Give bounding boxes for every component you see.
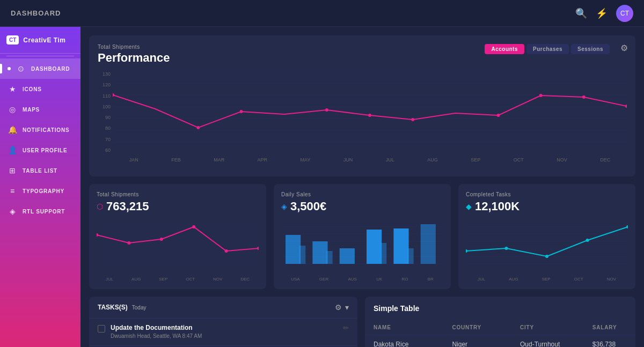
- svg-point-53: [586, 239, 589, 242]
- bottom-row: TASKS(S) Today ⚙ ▾ Update the Documentat…: [89, 297, 635, 347]
- svg-point-9: [240, 110, 243, 113]
- perf-line-chart: [113, 71, 627, 153]
- col-country: Country: [443, 320, 511, 335]
- svg-point-16: [625, 105, 627, 108]
- sidebar-divider: [6, 56, 74, 56]
- sidebar-brand: CT CreativE Tim: [0, 27, 80, 54]
- sidebar-item-dashboard[interactable]: ⊙ DASHBOARD: [0, 58, 80, 79]
- sidebar-item-typography[interactable]: ≡ TYPOGRAPHY: [0, 181, 80, 201]
- sidebar-label-table-list: TABLE LIST: [23, 168, 57, 174]
- sidebar-label-typography: TYPOGRAPHY: [23, 188, 64, 194]
- sidebar-item-notifications[interactable]: 🔔 NOTIFICATIONS: [0, 120, 80, 140]
- stat2-value: 3,500€: [290, 200, 326, 213]
- perf-x-labels: JANFEBMARAPRMAYJUNJULAUGSEPOCTNOVDEC: [113, 157, 627, 163]
- activity-icon[interactable]: ⚡: [596, 8, 608, 19]
- svg-point-15: [582, 95, 586, 99]
- cell-name: Dakota Rice: [365, 335, 443, 348]
- col-name: Name: [365, 320, 443, 335]
- icons-icon: ★: [8, 84, 17, 94]
- tasks-header: TASKS(S) Today ⚙ ▾: [89, 297, 357, 319]
- svg-point-50: [466, 249, 467, 253]
- tab-sessions[interactable]: Sessions: [571, 44, 610, 54]
- sidebar-item-maps[interactable]: ◎ MAPS: [0, 99, 80, 120]
- notifications-icon: 🔔: [8, 125, 17, 135]
- sidebar-label-notifications: NOTIFICATIONS: [23, 127, 69, 133]
- stat3-value: 12,100K: [475, 200, 519, 213]
- stat3-subtitle: Completed Tasks: [466, 191, 628, 197]
- svg-point-25: [192, 225, 195, 228]
- perf-tabs: Accounts Purchases Sessions: [485, 44, 610, 54]
- table-row: Dakota RiceNigerOud-Turnhout$36,738: [365, 335, 635, 348]
- stat2-icon: ◈: [281, 202, 287, 211]
- svg-rect-41: [326, 251, 333, 264]
- svg-point-23: [127, 241, 130, 245]
- task-name-1: Update the Documentation: [111, 324, 338, 331]
- stat-card-tasks: Completed Tasks ◆ 12,100K: [458, 184, 635, 289]
- dashboard-icon: ⊙: [16, 64, 26, 73]
- brand-name: CreativE Tim: [23, 36, 65, 44]
- cell-salary: $36,738: [584, 335, 635, 348]
- task-checkbox-1[interactable]: [98, 325, 105, 333]
- tasks-title: TASKS(S): [98, 304, 128, 311]
- stat3-icon: ◆: [466, 202, 472, 211]
- stat1-icon: ⬡: [97, 202, 103, 211]
- svg-point-8: [196, 126, 200, 129]
- simple-table: Name Country City Salary Dakota RiceNige…: [365, 320, 635, 347]
- svg-rect-38: [393, 228, 408, 264]
- table-title: Simple Table: [374, 304, 627, 313]
- task-desc-1: Dwuamish Head, Seattle, WA 8:47 AM: [111, 333, 338, 340]
- col-salary: Salary: [584, 320, 635, 335]
- svg-rect-43: [407, 248, 414, 264]
- task-edit-1[interactable]: ✏: [343, 324, 349, 332]
- sidebar-item-rtl[interactable]: ◈ RTL SUPPORT: [0, 201, 80, 222]
- stat1-value: 763,215: [106, 200, 149, 213]
- stat3-x-labels: JULAUGSEPOCTNOV: [466, 277, 628, 282]
- performance-chart: 60708090100110120130: [98, 71, 627, 168]
- svg-point-10: [325, 108, 328, 112]
- svg-rect-36: [340, 248, 355, 264]
- tab-purchases[interactable]: Purchases: [526, 44, 569, 54]
- cell-city: Oud-Turnhout: [511, 335, 584, 348]
- tasks-card: TASKS(S) Today ⚙ ▾ Update the Documentat…: [89, 297, 357, 347]
- tab-accounts[interactable]: Accounts: [485, 44, 524, 54]
- svg-point-12: [411, 118, 414, 121]
- sidebar-label-maps: MAPS: [23, 107, 40, 113]
- tasks-date: Today: [132, 305, 147, 311]
- tasks-menu-icon[interactable]: ▾: [345, 303, 349, 312]
- svg-point-27: [257, 247, 259, 250]
- sidebar-label-dashboard: DASHBOARD: [31, 66, 70, 72]
- search-icon[interactable]: 🔍: [575, 8, 587, 19]
- stat1-chart: [97, 219, 259, 272]
- sidebar-label-icons: ICONS: [23, 86, 42, 92]
- main-content: Total Shipments Performance Accounts Pur…: [80, 27, 644, 347]
- settings-icon[interactable]: ⚙: [620, 43, 628, 53]
- svg-point-11: [368, 114, 371, 117]
- svg-point-26: [225, 249, 228, 253]
- svg-point-24: [160, 238, 163, 241]
- sidebar-label-rtl: RTL SUPPORT: [23, 209, 65, 215]
- svg-rect-42: [380, 243, 386, 264]
- perf-svg-container: JANFEBMARAPRMAYJUNJULAUGSEPOCTNOVDEC: [113, 71, 627, 163]
- stat-card-shipments: Total Shipments ⬡ 763,215: [89, 184, 266, 289]
- stat3-chart: [466, 219, 628, 272]
- maps-icon: ◎: [8, 105, 17, 114]
- tasks-gear-icon[interactable]: ⚙: [335, 303, 342, 312]
- performance-card: Total Shipments Performance Accounts Pur…: [89, 35, 635, 176]
- stat2-chart: [281, 219, 443, 272]
- svg-rect-35: [312, 241, 327, 264]
- stats-row: Total Shipments ⬡ 763,215: [89, 184, 635, 289]
- avatar[interactable]: CT: [616, 5, 633, 22]
- main-layout: CT CreativE Tim ⊙ DASHBOARD ★ ICONS ◎ MA…: [0, 27, 644, 347]
- svg-point-51: [504, 247, 508, 250]
- typography-icon: ≡: [8, 186, 17, 196]
- tasks-actions: ⚙ ▾: [335, 303, 349, 312]
- table-card: Simple Table Name Country City Salary Da…: [365, 297, 635, 347]
- task-content-1: Update the Documentation Dwuamish Head, …: [111, 324, 338, 340]
- top-header: DASHBOARD 🔍 ⚡ CT: [0, 0, 644, 27]
- stat1-x-labels: JULAUGSEPOCTNOVDEC: [97, 277, 259, 282]
- svg-point-54: [626, 225, 628, 228]
- sidebar-item-user-profile[interactable]: 👤 USER PROFILE: [0, 140, 80, 160]
- tasks-title-group: TASKS(S) Today: [98, 304, 146, 311]
- sidebar-item-table-list[interactable]: ⊞ TABLE LIST: [0, 160, 80, 181]
- sidebar-item-icons[interactable]: ★ ICONS: [0, 79, 80, 99]
